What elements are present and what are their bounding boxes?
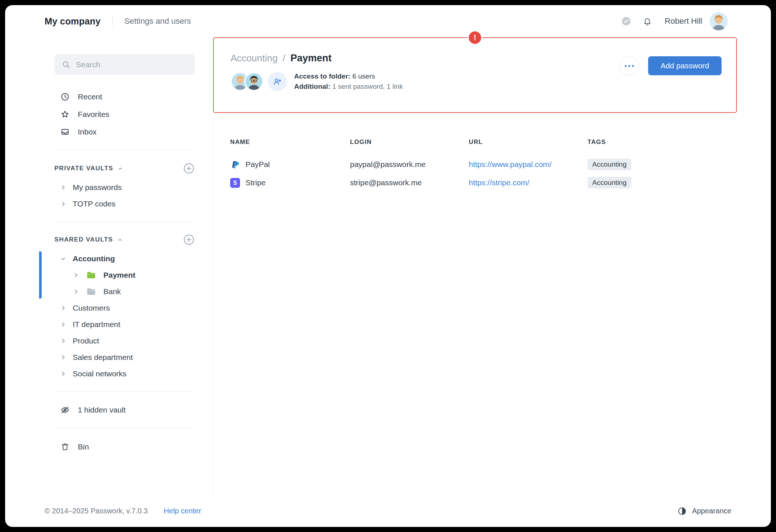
search-input[interactable] xyxy=(76,60,188,69)
private-vaults-header: PRIVATE VAULTS xyxy=(54,160,195,177)
private-vaults-title[interactable]: PRIVATE VAULTS xyxy=(54,165,113,172)
appearance-label: Appearance xyxy=(692,507,731,515)
sidebar-nav: Recent Favorites Inbox xyxy=(54,88,195,141)
help-center-link[interactable]: Help center xyxy=(164,507,201,515)
breadcrumb-separator: / xyxy=(283,53,285,64)
vault-label: IT department xyxy=(73,320,120,329)
chevron-down-icon xyxy=(60,256,66,262)
add-private-vault-button[interactable] xyxy=(183,163,195,174)
more-actions-button[interactable] xyxy=(620,56,639,76)
vault-social-networks[interactable]: Social networks xyxy=(54,365,195,382)
vault-label: Customers xyxy=(73,304,110,312)
sidebar-item-recent[interactable]: Recent xyxy=(54,88,195,106)
folder-header-panel: ! Accounting / Payment xyxy=(213,37,737,113)
user-avatar[interactable] xyxy=(710,12,728,30)
table-row[interactable]: S Stripe stripe@passwork.me https://stri… xyxy=(230,174,737,192)
vault-product[interactable]: Product xyxy=(54,332,195,349)
sidebar-item-label: Favorites xyxy=(78,110,109,119)
sidebar: Recent Favorites Inbox PRIVATE VAU xyxy=(5,37,213,495)
passwords-table: NAME LOGIN URL TAGS PayPal paypal@passwo… xyxy=(230,138,737,192)
top-bar: My company Settings and users Robert Hil… xyxy=(5,5,771,37)
search-box[interactable] xyxy=(54,54,195,75)
chevron-up-icon[interactable] xyxy=(117,237,123,243)
password-login: paypal@passwork.me xyxy=(350,160,469,169)
hidden-vault-label: 1 hidden vault xyxy=(78,406,126,414)
tags-cell: Accounting xyxy=(587,159,737,170)
sidebar-divider xyxy=(54,221,195,222)
add-user-button[interactable] xyxy=(268,72,287,91)
folder-bank[interactable]: Bank xyxy=(54,283,195,300)
check-circle-icon[interactable] xyxy=(621,16,632,27)
additional-value: 1 sent password, 1 link xyxy=(332,83,403,90)
password-name-cell: S Stripe xyxy=(230,178,350,188)
eye-off-icon xyxy=(60,405,70,415)
vault-label: My passwords xyxy=(73,183,122,192)
vault-accounting[interactable]: Accounting xyxy=(54,250,195,267)
access-value: 6 users xyxy=(352,72,375,80)
password-name: Stripe xyxy=(246,178,266,187)
main-content: ! Accounting / Payment xyxy=(213,37,771,495)
column-header-name[interactable]: NAME xyxy=(230,138,350,146)
chevron-right-icon xyxy=(60,338,66,344)
password-url-link[interactable]: https://stripe.com/ xyxy=(469,178,587,187)
additional-line: Additional: 1 sent password, 1 link xyxy=(294,81,403,92)
chevron-right-icon xyxy=(60,322,66,327)
vault-it-department[interactable]: IT department xyxy=(54,316,195,332)
page-title: Payment xyxy=(290,53,332,64)
column-header-url[interactable]: URL xyxy=(469,138,587,146)
hidden-vault-item[interactable]: 1 hidden vault xyxy=(54,401,195,419)
appearance-toggle[interactable]: Appearance xyxy=(677,506,731,516)
table-header-row: NAME LOGIN URL TAGS xyxy=(230,138,737,146)
access-line: Access to folder: 6 users xyxy=(294,71,403,81)
password-login: stripe@passwork.me xyxy=(350,178,469,187)
password-name: PayPal xyxy=(246,160,270,169)
vault-totp-codes[interactable]: TOTP codes xyxy=(54,195,195,212)
password-url-link[interactable]: https://www.paypal.com/ xyxy=(469,160,587,169)
breadcrumb-parent[interactable]: Accounting xyxy=(231,53,278,64)
shared-vaults-header: SHARED VAULTS xyxy=(54,231,195,248)
tag-badge[interactable]: Accounting xyxy=(587,177,631,189)
additional-label: Additional: xyxy=(294,83,330,90)
active-vault-indicator xyxy=(39,251,42,299)
table-row[interactable]: PayPal paypal@passwork.me https://www.pa… xyxy=(230,155,737,174)
vault-label: TOTP codes xyxy=(73,200,115,208)
vault-sales-department[interactable]: Sales department xyxy=(54,349,195,365)
column-header-login[interactable]: LOGIN xyxy=(350,138,469,146)
access-summary: Access to folder: 6 users Additional: 1 … xyxy=(294,71,403,92)
bin-label: Bin xyxy=(78,442,89,451)
member-avatar-2[interactable] xyxy=(244,72,263,91)
folder-payment[interactable]: Payment xyxy=(54,267,195,283)
chevron-right-icon xyxy=(60,371,66,377)
sidebar-item-favorites[interactable]: Favorites xyxy=(54,106,195,123)
chevron-right-icon xyxy=(60,201,66,207)
alert-badge[interactable]: ! xyxy=(468,30,482,45)
tags-cell: Accounting xyxy=(587,177,737,189)
chevron-right-icon xyxy=(60,185,66,190)
topbar-right: Robert Hill xyxy=(610,12,728,30)
add-shared-vault-button[interactable] xyxy=(183,234,195,246)
bell-icon[interactable] xyxy=(642,16,653,27)
vault-my-passwords[interactable]: My passwords xyxy=(54,179,195,195)
column-header-tags[interactable]: TAGS xyxy=(587,138,737,146)
inbox-icon xyxy=(60,127,70,137)
vault-label: Product xyxy=(73,337,99,345)
user-name: Robert Hill xyxy=(665,16,702,26)
add-password-button[interactable]: Add password xyxy=(648,56,722,75)
clock-icon xyxy=(60,92,70,102)
chevron-up-icon[interactable] xyxy=(118,166,123,171)
sidebar-item-label: Recent xyxy=(78,92,102,101)
trash-icon xyxy=(60,442,70,452)
svg-text:S: S xyxy=(233,179,237,186)
sidebar-item-inbox[interactable]: Inbox xyxy=(54,123,195,141)
vault-label: Social networks xyxy=(73,369,126,378)
vault-label: Sales department xyxy=(73,353,133,362)
tag-badge[interactable]: Accounting xyxy=(587,159,631,170)
vault-label: Accounting xyxy=(73,254,115,263)
ellipsis-icon xyxy=(625,65,627,67)
footer: © 2014–2025 Passwork, v.7.0.3 Help cente… xyxy=(5,495,771,527)
bin-item[interactable]: Bin xyxy=(54,438,195,456)
appearance-icon xyxy=(677,506,687,516)
vault-customers[interactable]: Customers xyxy=(54,300,195,316)
shared-vaults-title[interactable]: SHARED VAULTS xyxy=(54,236,113,243)
settings-and-users-link[interactable]: Settings and users xyxy=(124,16,191,26)
